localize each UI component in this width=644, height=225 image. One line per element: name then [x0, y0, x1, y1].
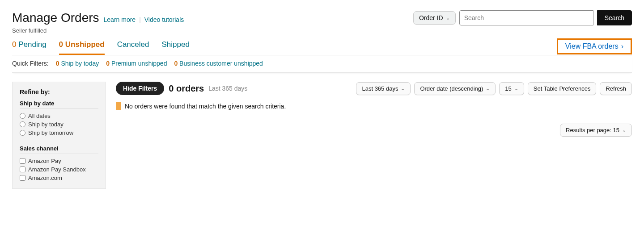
check-amazon-pay-sandbox-input[interactable]	[20, 167, 25, 172]
chevron-down-icon: ⌄	[446, 15, 450, 21]
orders-count: 0 orders	[169, 83, 204, 94]
seller-fulfilled-subtitle: Seller fulfilled	[12, 27, 632, 34]
tab-pending-label: Pending	[18, 40, 46, 49]
notice-text: No orders were found that match the give…	[125, 103, 286, 110]
radio-ship-by-today[interactable]: Ship by today	[20, 120, 98, 129]
no-orders-notice: No orders were found that match the give…	[116, 102, 632, 110]
check-amazon-com[interactable]: Amazon.com	[20, 174, 98, 182]
sort-dropdown[interactable]: Order date (descending) ⌄	[414, 82, 496, 95]
video-tutorials-link[interactable]: Video tutorials	[144, 16, 184, 23]
radio-ship-by-today-input[interactable]	[20, 121, 25, 127]
results-per-page-dropdown[interactable]: Results per page: 15 ⌄	[560, 124, 632, 137]
check-amazon-pay-label: Amazon Pay	[28, 158, 61, 164]
page-size-dropdown[interactable]: 15 ⌄	[499, 82, 524, 95]
view-fba-orders-link[interactable]: View FBA orders ›	[565, 42, 623, 50]
refresh-button[interactable]: Refresh	[600, 82, 632, 95]
learn-more-link[interactable]: Learn more	[104, 16, 136, 23]
sort-label: Order date (descending)	[420, 85, 483, 92]
quick-filter-ship-today-count: 0	[56, 60, 59, 67]
check-amazon-com-input[interactable]	[20, 175, 25, 181]
chevron-right-icon: ›	[621, 42, 623, 50]
refine-by-heading: Refine by:	[20, 88, 98, 96]
notice-bar-icon	[116, 102, 121, 110]
radio-all-dates-input[interactable]	[20, 113, 25, 119]
quick-filter-premium-label: Premium unshipped	[111, 60, 167, 67]
quick-filter-ship-today-label: Ship by today	[61, 60, 99, 67]
radio-all-dates[interactable]: All dates	[20, 112, 98, 120]
quick-filter-ship-today[interactable]: 0 Ship by today	[56, 60, 99, 67]
quick-filter-business-label: Business customer unshipped	[179, 60, 263, 67]
table-preferences-button[interactable]: Set Table Preferences	[528, 82, 597, 95]
tab-unshipped-label: Unshipped	[65, 40, 105, 49]
tab-pending-count: 0	[12, 40, 16, 49]
hide-filters-button[interactable]: Hide Filters	[116, 82, 164, 95]
radio-ship-by-tomorrow-label: Ship by tomorrow	[28, 129, 73, 136]
chevron-down-icon: ⌄	[514, 86, 518, 92]
chevron-down-icon: ⌄	[622, 127, 626, 133]
chevron-down-icon: ⌄	[401, 86, 405, 92]
check-amazon-pay-sandbox[interactable]: Amazon Pay Sandbox	[20, 165, 98, 174]
check-amazon-pay[interactable]: Amazon Pay	[20, 157, 98, 165]
quick-filter-premium[interactable]: 0 Premium unshipped	[106, 60, 167, 67]
tab-pending[interactable]: 0 Pending	[12, 38, 47, 55]
quick-filter-business[interactable]: 0 Business customer unshipped	[174, 60, 263, 67]
results-per-page-label: Results per page: 15	[566, 127, 619, 133]
chevron-down-icon: ⌄	[486, 86, 490, 92]
quick-filters-label: Quick Filters:	[12, 60, 49, 67]
radio-ship-by-tomorrow[interactable]: Ship by tomorrow	[20, 129, 98, 137]
tab-shipped[interactable]: Shipped	[161, 38, 189, 55]
radio-ship-by-tomorrow-input[interactable]	[20, 130, 25, 136]
ship-by-date-heading: Ship by date	[20, 100, 98, 109]
radio-all-dates-label: All dates	[28, 112, 51, 119]
date-range-label: Last 365 days	[362, 85, 398, 92]
fba-link-highlight: View FBA orders ›	[557, 38, 632, 54]
orders-subtext: Last 365 days	[208, 85, 247, 92]
page-title: Manage Orders	[12, 11, 99, 25]
refine-sidebar: Refine by: Ship by date All dates Ship b…	[12, 82, 106, 189]
page-size-label: 15	[505, 85, 511, 92]
check-amazon-com-label: Amazon.com	[28, 175, 62, 181]
search-input[interactable]	[459, 10, 593, 25]
separator: |	[139, 16, 141, 23]
quick-filter-business-count: 0	[174, 60, 178, 67]
radio-ship-by-today-label: Ship by today	[28, 121, 64, 128]
view-fba-orders-label: View FBA orders	[565, 42, 619, 50]
tab-canceled[interactable]: Canceled	[117, 38, 149, 55]
tab-unshipped-count: 0	[59, 40, 63, 49]
quick-filter-premium-count: 0	[106, 60, 110, 67]
date-range-dropdown[interactable]: Last 365 days ⌄	[356, 82, 411, 95]
sales-channel-heading: Sales channel	[20, 145, 98, 154]
search-button[interactable]: Search	[597, 10, 632, 25]
check-amazon-pay-sandbox-label: Amazon Pay Sandbox	[28, 166, 86, 173]
tab-unshipped[interactable]: 0 Unshipped	[59, 38, 105, 55]
check-amazon-pay-input[interactable]	[20, 158, 25, 164]
order-id-dropdown-label: Order ID	[419, 14, 443, 21]
order-id-dropdown[interactable]: Order ID ⌄	[413, 11, 456, 25]
